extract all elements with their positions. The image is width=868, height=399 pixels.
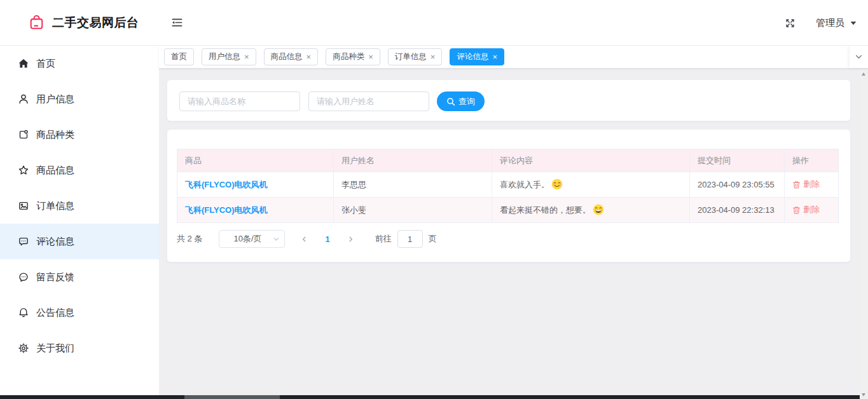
column-header: 提交时间: [690, 149, 785, 172]
delete-button[interactable]: 删除: [792, 204, 820, 215]
bell-icon: [18, 307, 29, 318]
sidebar-item-order-info[interactable]: 订单信息: [0, 188, 159, 224]
chevron-down-icon: [273, 236, 280, 243]
sidebar-item-product-category[interactable]: 商品种类: [0, 117, 159, 152]
query-button-label: 查询: [458, 96, 475, 107]
next-page-button[interactable]: [347, 236, 354, 243]
comments-table: 商品用户姓名评论内容提交时间操作 飞科(FLYCO)电吹风机李思思喜欢就入手。2…: [177, 149, 839, 223]
gear-icon: [18, 342, 29, 354]
goto-label: 前往: [375, 233, 392, 245]
close-icon[interactable]: ×: [244, 53, 249, 61]
close-icon[interactable]: ×: [492, 53, 497, 61]
sidebar-item-label: 订单信息: [36, 200, 74, 212]
horizontal-scrollbar-thumb[interactable]: [184, 395, 280, 399]
close-icon[interactable]: ×: [431, 53, 436, 61]
product-cell: 飞科(FLYCO)电吹风机: [177, 198, 334, 223]
delete-button-label: 删除: [803, 179, 820, 190]
smiling-face-emoji: [551, 179, 563, 190]
time-cell: 2023-04-09 22:32:13: [690, 198, 785, 223]
sidebar-item-label: 商品信息: [36, 165, 74, 177]
sidebar-item-comment-info[interactable]: 评论信息: [0, 224, 159, 259]
total-count-label: 共 2 条: [177, 233, 202, 245]
user-name-cell: 李思思: [334, 172, 492, 198]
prev-page-button[interactable]: [301, 236, 308, 243]
sidebar-item-label: 评论信息: [36, 236, 74, 248]
product-cell: 飞科(FLYCO)电吹风机: [177, 172, 334, 198]
user-menu[interactable]: 管理员: [816, 15, 857, 30]
user-name-cell: 张小斐: [334, 198, 492, 223]
delete-button-label: 删除: [803, 204, 820, 215]
goto-page-input[interactable]: [397, 230, 423, 248]
grinning-face-emoji: [593, 204, 604, 215]
page-size-select[interactable]: 10条/页: [219, 230, 285, 248]
search-panel: 查询: [167, 79, 851, 121]
scroll-up-arrow[interactable]: [862, 72, 865, 76]
tab-label: 订单信息: [395, 51, 427, 62]
tab-user-info[interactable]: 用户信息×: [202, 48, 256, 65]
sidebar-item-feedback[interactable]: 留言反馈: [0, 259, 159, 295]
sidebar-item-label: 商品种类: [36, 129, 74, 141]
sidebar-item-notice-info[interactable]: 公告信息: [0, 295, 159, 330]
query-button[interactable]: 查询: [437, 91, 485, 111]
column-header: 商品: [177, 149, 334, 172]
horizontal-scrollbar[interactable]: [0, 395, 860, 399]
comment-text: 看起来挺不错的，想要。: [500, 205, 591, 215]
sidebar-item-label: 公告信息: [36, 307, 74, 319]
fullscreen-icon[interactable]: [785, 18, 795, 28]
tab-label: 商品信息: [271, 51, 303, 62]
sidebar-item-label: 首页: [36, 58, 55, 70]
tabs-overflow-button[interactable]: [850, 46, 868, 68]
comment-cell: 看起来挺不错的，想要。: [492, 198, 690, 223]
tab-comment-info[interactable]: 评论信息×: [450, 48, 504, 65]
sidebar-item-label: 用户信息: [36, 93, 74, 105]
action-cell: 删除: [785, 198, 839, 223]
column-header: 操作: [785, 149, 839, 172]
comments-panel: 商品用户姓名评论内容提交时间操作 飞科(FLYCO)电吹风机李思思喜欢就入手。2…: [167, 129, 851, 262]
user-icon: [18, 93, 29, 105]
trash-icon: [792, 206, 801, 214]
close-icon[interactable]: ×: [307, 53, 312, 61]
tab-product-category[interactable]: 商品种类×: [326, 48, 380, 65]
scroll-down-arrow[interactable]: [862, 393, 865, 396]
hamburger-icon[interactable]: [172, 18, 183, 27]
action-cell: 删除: [785, 172, 839, 198]
home-icon: [18, 58, 29, 69]
main-content: 查询 商品用户姓名评论内容提交时间操作 飞科(FLYCO)电吹风机李思思喜欢就入…: [159, 69, 860, 395]
close-icon[interactable]: ×: [368, 53, 373, 61]
sidebar-item-home[interactable]: 首页: [0, 46, 159, 81]
sidebar-item-user-info[interactable]: 用户信息: [0, 81, 159, 117]
caret-down-icon: [850, 21, 857, 25]
order-icon: [18, 200, 29, 212]
comment-text: 喜欢就入手。: [500, 180, 549, 189]
tab-product-info[interactable]: 商品信息×: [264, 48, 319, 65]
tab-order-info[interactable]: 订单信息×: [388, 48, 443, 65]
sidebar-item-label: 关于我们: [36, 342, 74, 355]
app-title: 二手交易网后台: [52, 15, 139, 31]
tab-label: 评论信息: [457, 51, 488, 62]
page-number-1[interactable]: 1: [325, 234, 329, 244]
search-icon: [446, 97, 455, 106]
brand: 二手交易网后台: [0, 0, 159, 45]
comment-icon: [18, 236, 29, 247]
comment-cell: 喜欢就入手。: [492, 172, 690, 198]
sidebar-item-about-us[interactable]: 关于我们: [0, 330, 159, 366]
app-header: 二手交易网后台 管理员: [0, 0, 868, 46]
goto-unit-label: 页: [429, 233, 437, 245]
tab-home[interactable]: 首页: [164, 48, 194, 65]
feedback-icon: [18, 271, 29, 283]
column-header: 评论内容: [492, 149, 690, 172]
category-icon: [18, 129, 29, 140]
table-header-row: 商品用户姓名评论内容提交时间操作: [177, 149, 839, 172]
sidebar-menu: 首页用户信息商品种类商品信息订单信息评论信息留言反馈公告信息关于我们: [0, 46, 159, 395]
vertical-scrollbar[interactable]: [860, 69, 868, 399]
user-name-input[interactable]: [308, 91, 429, 111]
page-size-value: 10条/页: [233, 233, 261, 245]
tags-view-bar: 首页用户信息×商品信息×商品种类×订单信息×评论信息×: [159, 46, 868, 69]
product-name-input[interactable]: [179, 91, 300, 111]
product-link[interactable]: 飞科(FLYCO)电吹风机: [185, 180, 268, 189]
sidebar-item-product-info[interactable]: 商品信息: [0, 152, 159, 188]
delete-button[interactable]: 删除: [792, 179, 820, 190]
sidebar-item-label: 留言反馈: [36, 271, 74, 283]
tab-label: 用户信息: [209, 51, 240, 62]
product-link[interactable]: 飞科(FLYCO)电吹风机: [185, 205, 268, 215]
